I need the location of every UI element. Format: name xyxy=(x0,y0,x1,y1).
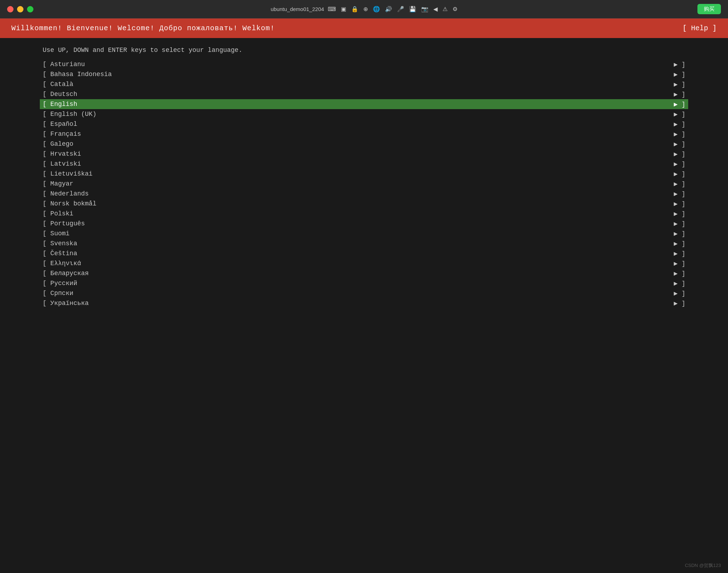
language-label: [ Português xyxy=(43,220,85,227)
language-arrow: ▶ ] xyxy=(674,250,685,257)
help-link[interactable]: [ Help ] xyxy=(682,24,717,32)
mic-icon: 🎤 xyxy=(397,6,404,12)
language-arrow: ▶ ] xyxy=(674,80,685,88)
language-label: [ Bahasa Indonesia xyxy=(43,71,112,78)
language-item[interactable]: [ Français▶ ] xyxy=(43,129,685,139)
title-bar: ubuntu_demo01_2204 ⌨ ▣ 🔒 ⊕ 🌐 🔊 🎤 💾 📷 ◀ ⚠… xyxy=(0,0,728,18)
title-icons: ⌨ ▣ 🔒 ⊕ 🌐 🔊 🎤 💾 📷 ◀ ⚠ ⚙ xyxy=(328,6,457,12)
welcome-bar: Willkommen! Bienvenue! Welcome! Добро по… xyxy=(0,18,728,38)
language-item[interactable]: [ Svenska▶ ] xyxy=(43,239,685,248)
language-arrow: ▶ ] xyxy=(674,299,685,307)
language-label: [ Svenska xyxy=(43,240,77,247)
language-item[interactable]: [ Українська▶ ] xyxy=(43,298,685,308)
language-label: [ English xyxy=(43,101,77,108)
terminal-window: Willkommen! Bienvenue! Welcome! Добро по… xyxy=(0,18,728,573)
language-item[interactable]: [ Deutsch▶ ] xyxy=(43,89,685,99)
language-item[interactable]: [ Nederlands▶ ] xyxy=(43,189,685,199)
language-label: [ Français xyxy=(43,130,81,138)
language-list: [ Asturianu▶ ][ Bahasa Indonesia▶ ][ Cat… xyxy=(0,59,728,308)
instructions-text: Use UP, DOWN and ENTER keys to select yo… xyxy=(0,38,728,59)
globe-icon: 🌐 xyxy=(373,6,380,12)
language-label: [ Deutsch xyxy=(43,91,77,98)
language-item[interactable]: [ Hrvatski▶ ] xyxy=(43,149,685,159)
language-label: [ Ελληνικά xyxy=(43,260,81,267)
language-arrow: ▶ ] xyxy=(674,190,685,198)
language-arrow: ▶ ] xyxy=(674,70,685,78)
language-label: [ Українська xyxy=(43,300,89,307)
language-arrow: ▶ ] xyxy=(674,259,685,267)
language-arrow: ▶ ] xyxy=(674,140,685,148)
warning-icon: ⚠ xyxy=(443,6,448,12)
language-label: [ Русский xyxy=(43,280,77,287)
volume-icon: 🔊 xyxy=(385,6,392,12)
minimize-button[interactable] xyxy=(17,6,23,12)
watermark: CSDN @贺飘123 xyxy=(685,562,721,569)
language-item[interactable]: [ Беларуская▶ ] xyxy=(43,268,685,278)
language-item[interactable]: [ Português▶ ] xyxy=(43,219,685,229)
language-item[interactable]: [ Suomi▶ ] xyxy=(43,229,685,239)
language-item[interactable]: [ English (UK)▶ ] xyxy=(43,109,685,119)
language-label: [ Norsk bokmål xyxy=(43,200,96,207)
language-label: [ Српски xyxy=(43,290,73,297)
language-label: [ Galego xyxy=(43,140,73,148)
language-arrow: ▶ ] xyxy=(674,180,685,188)
traffic-lights xyxy=(7,6,33,12)
language-label: [ Español xyxy=(43,121,77,128)
language-arrow: ▶ ] xyxy=(674,170,685,178)
language-item[interactable]: [ Català▶ ] xyxy=(43,79,685,89)
language-arrow: ▶ ] xyxy=(674,279,685,287)
language-item[interactable]: [ Српски▶ ] xyxy=(43,288,685,298)
language-arrow: ▶ ] xyxy=(674,120,685,128)
language-arrow: ▶ ] xyxy=(674,150,685,158)
language-arrow: ▶ ] xyxy=(674,269,685,277)
language-arrow: ▶ ] xyxy=(674,130,685,138)
language-label: [ Hrvatski xyxy=(43,150,81,157)
keyboard-icon: ⌨ xyxy=(328,6,336,12)
lock-icon: 🔒 xyxy=(351,6,358,12)
language-arrow: ▶ ] xyxy=(674,100,685,108)
language-arrow: ▶ ] xyxy=(674,289,685,297)
display-icon: ▣ xyxy=(341,6,346,12)
window-title: ubuntu_demo01_2204 ⌨ ▣ 🔒 ⊕ 🌐 🔊 🎤 💾 📷 ◀ ⚠… xyxy=(271,6,457,12)
language-arrow: ▶ ] xyxy=(674,110,685,118)
language-item[interactable]: [ Lietuviškai▶ ] xyxy=(43,169,685,179)
language-label: [ Čeština xyxy=(43,250,77,257)
language-label: [ Lietuviškai xyxy=(43,170,92,177)
maximize-button[interactable] xyxy=(27,6,33,12)
language-item[interactable]: [ Magyar▶ ] xyxy=(43,179,685,189)
buy-button[interactable]: 购买 xyxy=(697,4,721,14)
language-arrow: ▶ ] xyxy=(674,90,685,98)
language-label: [ Беларуская xyxy=(43,270,89,277)
welcome-text: Willkommen! Bienvenue! Welcome! Добро по… xyxy=(11,24,275,32)
language-label: [ English (UK) xyxy=(43,111,96,118)
camera-icon: 📷 xyxy=(421,6,428,12)
close-button[interactable] xyxy=(7,6,14,12)
language-arrow: ▶ ] xyxy=(674,220,685,227)
language-item[interactable]: [ Asturianu▶ ] xyxy=(43,59,685,69)
language-label: [ Nederlands xyxy=(43,190,89,197)
language-item[interactable]: [ Norsk bokmål▶ ] xyxy=(43,199,685,209)
language-item[interactable]: [ Русский▶ ] xyxy=(43,278,685,288)
language-item[interactable]: [ Bahasa Indonesia▶ ] xyxy=(43,69,685,79)
language-item[interactable]: [ English▶ ] xyxy=(40,99,688,109)
language-item[interactable]: [ Polski▶ ] xyxy=(43,209,685,219)
language-item[interactable]: [ Español▶ ] xyxy=(43,119,685,129)
play-icon: ◀ xyxy=(433,6,438,12)
language-label: [ Asturianu xyxy=(43,61,85,68)
settings-icon: ⊕ xyxy=(363,6,368,12)
language-arrow: ▶ ] xyxy=(674,160,685,168)
language-label: [ Suomi xyxy=(43,230,70,237)
language-arrow: ▶ ] xyxy=(674,240,685,247)
language-label: [ Magyar xyxy=(43,180,73,187)
language-item[interactable]: [ Ελληνικά▶ ] xyxy=(43,258,685,268)
language-arrow: ▶ ] xyxy=(674,60,685,68)
language-item[interactable]: [ Galego▶ ] xyxy=(43,139,685,149)
language-item[interactable]: [ Čeština▶ ] xyxy=(43,248,685,258)
language-label: [ Català xyxy=(43,81,73,88)
language-arrow: ▶ ] xyxy=(674,210,685,218)
drive-icon: 💾 xyxy=(409,6,416,12)
language-label: [ Polski xyxy=(43,210,73,217)
language-arrow: ▶ ] xyxy=(674,230,685,237)
gear-icon: ⚙ xyxy=(453,6,457,12)
language-item[interactable]: [ Latviski▶ ] xyxy=(43,159,685,169)
